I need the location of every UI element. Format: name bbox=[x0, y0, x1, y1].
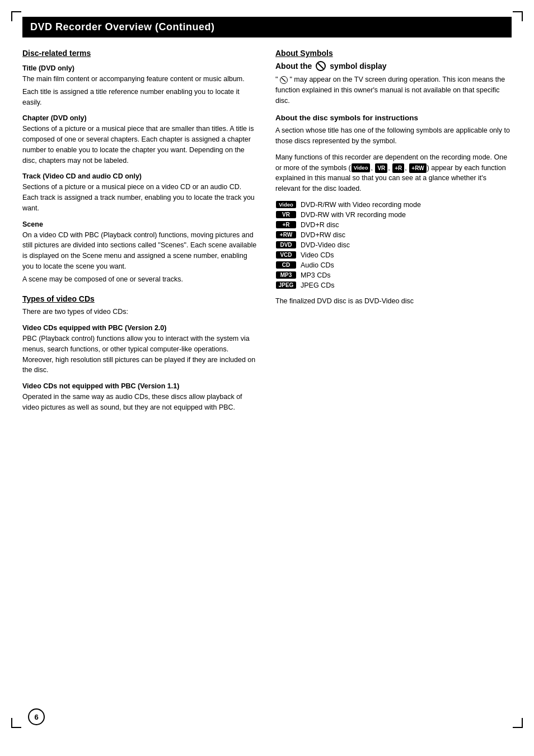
list-item: VR DVD-RW with VR recording mode bbox=[275, 211, 512, 219]
section-header: DVD Recorder Overview (Continued) bbox=[22, 17, 512, 37]
scene-heading: Scene bbox=[22, 220, 259, 228]
types-intro: There are two types of video CDs: bbox=[22, 307, 259, 317]
disc-terms-heading: Disc-related terms bbox=[22, 49, 259, 58]
svg-line-0 bbox=[318, 63, 324, 69]
symbol-item-text: MP3 CDs bbox=[301, 271, 330, 279]
symbol-item-text: Audio CDs bbox=[301, 261, 334, 269]
page-number: 6 bbox=[28, 708, 45, 725]
section-title: DVD Recorder Overview (Continued) bbox=[30, 21, 215, 32]
title-text1: The main film content or accompanying fe… bbox=[22, 74, 259, 84]
badge-cd: CD bbox=[276, 261, 296, 269]
symbol-list: Video DVD-R/RW with Video recording mode… bbox=[275, 201, 512, 289]
symbol-item-text: DVD+R disc bbox=[301, 221, 339, 229]
symbol-item-text: DVD-R/RW with Video recording mode bbox=[301, 201, 421, 209]
columns: Disc-related terms Title (DVD only) The … bbox=[22, 49, 512, 415]
track-text: Sections of a picture or a musical piece… bbox=[22, 182, 259, 213]
badge-rw: +RW bbox=[276, 231, 296, 238]
chapter-heading: Chapter (DVD only) bbox=[22, 114, 259, 122]
badge-vr: VR bbox=[276, 211, 296, 218]
corner-mark-br bbox=[513, 718, 523, 728]
page: DVD Recorder Overview (Continued) Disc-r… bbox=[0, 0, 534, 756]
badge-dvd: DVD bbox=[276, 241, 296, 248]
badge-vcd: VCD bbox=[276, 251, 296, 259]
types-heading: Types of video CDs bbox=[22, 294, 259, 303]
disc-symbols-text2: Many functions of this recorder are depe… bbox=[275, 152, 512, 194]
badge-rw-inline: +RW bbox=[409, 163, 426, 173]
badge-video-inline: Video bbox=[352, 163, 371, 172]
pbc-20-text: PBC (Playback control) functions allow y… bbox=[22, 334, 259, 375]
title-heading: Title (DVD only) bbox=[22, 64, 259, 72]
pbc-11-heading: Video CDs not equipped with PBC (Version… bbox=[22, 382, 259, 390]
disc-symbols-text1: A section whose title has one of the fol… bbox=[275, 125, 512, 147]
symbol-display-text1: " " may appear on the TV screen during o… bbox=[275, 74, 512, 106]
badge-video: Video bbox=[276, 201, 296, 208]
corner-mark-tl bbox=[11, 11, 21, 21]
symbol-display-heading-text-post: symbol display bbox=[330, 62, 386, 71]
badge-r: +R bbox=[276, 221, 296, 228]
title-text2: Each title is assigned a title reference… bbox=[22, 87, 259, 108]
list-item: JPEG JPEG CDs bbox=[275, 281, 512, 289]
page-number-text: 6 bbox=[34, 713, 38, 721]
page-number-circle: 6 bbox=[28, 708, 45, 725]
no-symbol-icon bbox=[316, 61, 326, 71]
svg-line-1 bbox=[281, 77, 285, 82]
pbc-20-heading: Video CDs equipped with PBC (Version 2.0… bbox=[22, 324, 259, 332]
list-item: +R DVD+R disc bbox=[275, 221, 512, 229]
badge-vr-inline: VR bbox=[375, 163, 387, 173]
pbc-11-text: Operated in the same way as audio CDs, t… bbox=[22, 392, 259, 413]
left-column: Disc-related terms Title (DVD only) The … bbox=[22, 49, 259, 415]
list-item: CD Audio CDs bbox=[275, 261, 512, 269]
list-item: Video DVD-R/RW with Video recording mode bbox=[275, 201, 512, 209]
disc-symbols-heading: About the disc symbols for instructions bbox=[275, 114, 512, 122]
corner-mark-tr bbox=[513, 11, 523, 21]
symbol-display-heading: About the symbol display bbox=[275, 61, 512, 71]
scene-text2: A scene may be composed of one or severa… bbox=[22, 274, 259, 285]
badge-mp3: MP3 bbox=[276, 271, 296, 279]
about-symbols-heading: About Symbols bbox=[275, 49, 512, 58]
list-item: DVD DVD-Video disc bbox=[275, 241, 512, 249]
badge-r-inline: +R bbox=[392, 163, 404, 173]
corner-mark-bl bbox=[11, 718, 21, 728]
symbol-item-text: DVD-Video disc bbox=[301, 241, 350, 249]
symbol-item-text: Video CDs bbox=[301, 251, 334, 259]
right-column: About Symbols About the symbol display "… bbox=[275, 49, 512, 309]
finalized-note: The finalized DVD disc is as DVD-Video d… bbox=[275, 296, 512, 307]
list-item: VCD Video CDs bbox=[275, 251, 512, 259]
badge-jpeg: JPEG bbox=[276, 281, 296, 289]
list-item: MP3 MP3 CDs bbox=[275, 271, 512, 279]
track-heading: Track (Video CD and audio CD only) bbox=[22, 172, 259, 180]
symbol-item-text: JPEG CDs bbox=[301, 281, 334, 289]
symbol-item-text: DVD+RW disc bbox=[301, 231, 345, 239]
scene-text1: On a video CD with PBC (Playback control… bbox=[22, 230, 259, 272]
symbol-item-text: DVD-RW with VR recording mode bbox=[301, 211, 406, 219]
symbol-display-heading-text-pre: About the bbox=[275, 62, 312, 71]
list-item: +RW DVD+RW disc bbox=[275, 231, 512, 239]
chapter-text: Sections of a picture or a musical piece… bbox=[22, 124, 259, 166]
